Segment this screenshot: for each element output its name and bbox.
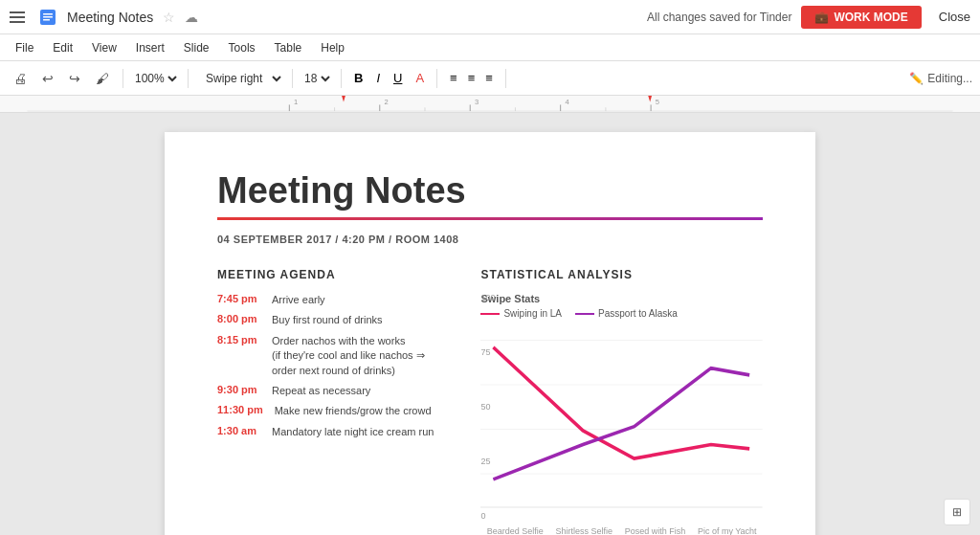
- two-column-section: MEETING AGENDA 7:45 pm Arrive early 8:00…: [217, 268, 763, 521]
- editing-status: ✏️ Editing...: [909, 72, 972, 85]
- ruler: 1 2 3 4 5: [0, 96, 980, 113]
- align-left-button[interactable]: ≡: [445, 69, 462, 87]
- chart-container: Swipe Stats Swiping in LA Passport to Al…: [480, 293, 763, 521]
- agenda-section: MEETING AGENDA 7:45 pm Arrive early 8:00…: [217, 268, 452, 521]
- title-divider: [217, 217, 763, 220]
- main-content-area: Meeting Notes 04 SEPTEMBER 2017 / 4:20 P…: [0, 113, 980, 535]
- legend-label-1: Swiping in LA: [503, 308, 562, 319]
- bottom-right-button[interactable]: ⊞: [944, 499, 970, 525]
- separator-1: [122, 69, 123, 88]
- toolbar: 🖨 ↩ ↪ 🖌 100% Swipe right 18 B I U A ≡ ≡ …: [0, 61, 980, 96]
- document-title-heading: Meeting Notes: [217, 170, 763, 212]
- print-button[interactable]: 🖨: [8, 68, 33, 89]
- menu-tools[interactable]: Tools: [221, 39, 263, 56]
- separator-5: [436, 69, 437, 88]
- menu-bar: File Edit View Insert Slide Tools Table …: [0, 34, 980, 61]
- x-label-1: Bearded Selfie: [487, 526, 544, 535]
- agenda-row-1: 7:45 pm Arrive early: [217, 293, 452, 307]
- align-group: ≡ ≡ ≡: [445, 69, 498, 87]
- document: Meeting Notes 04 SEPTEMBER 2017 / 4:20 P…: [165, 132, 815, 535]
- stats-heading: STATISTICAL ANALYSIS: [480, 268, 763, 281]
- menu-file[interactable]: File: [8, 39, 41, 56]
- menu-insert[interactable]: Insert: [128, 39, 172, 56]
- y-label-25: 25: [480, 457, 503, 466]
- svg-rect-2: [43, 16, 53, 18]
- svg-rect-3: [43, 19, 50, 21]
- document-title: Meeting Notes: [67, 10, 153, 25]
- svg-rect-1: [43, 13, 53, 15]
- agenda-row-5: 11:30 pm Make new friends/grow the crowd: [217, 404, 452, 418]
- agenda-time-6: 1:30 am: [217, 425, 260, 439]
- chart-with-yaxis: 100 75 50 25 0: [480, 326, 763, 521]
- chart-svg: [480, 326, 763, 521]
- cloud-icon: ☁: [185, 10, 198, 25]
- separator-6: [505, 69, 506, 88]
- paint-button[interactable]: 🖌: [90, 68, 115, 89]
- menu-slide[interactable]: Slide: [176, 39, 217, 56]
- y-axis-labels: 100 75 50 25 0: [480, 293, 503, 521]
- chart-legend: Swiping in LA Passport to Alaska: [480, 308, 763, 319]
- agenda-time-4: 9:30 pm: [217, 384, 260, 398]
- align-right-button[interactable]: ≡: [480, 69, 498, 87]
- agenda-desc-6: Mandatory late night ice cream run: [272, 425, 434, 439]
- bold-button[interactable]: B: [349, 69, 368, 87]
- menu-table[interactable]: Table: [267, 39, 310, 56]
- legend-line-purple: [575, 313, 594, 315]
- pencil-icon: ✏️: [909, 72, 924, 85]
- svg-text:5: 5: [656, 98, 659, 106]
- svg-text:4: 4: [565, 98, 568, 106]
- chart-svg-container: Bearded Selfie Shirtless Selfie Posed wi…: [480, 326, 763, 521]
- separator-3: [292, 69, 293, 88]
- agenda-row-4: 9:30 pm Repeat as necessary: [217, 384, 452, 398]
- redo-button[interactable]: ↪: [63, 68, 86, 89]
- y-label-0: 0: [480, 511, 503, 521]
- agenda-desc-3: Order nachos with the works(if they're c…: [272, 334, 425, 378]
- briefcase-icon: 💼: [814, 11, 829, 24]
- agenda-row-3: 8:15 pm Order nachos with the works(if t…: [217, 334, 452, 378]
- star-icon[interactable]: ☆: [163, 10, 175, 25]
- menu-edit[interactable]: Edit: [45, 39, 80, 56]
- chart-title: Swipe Stats: [480, 293, 763, 304]
- legend-label-2: Passport to Alaska: [598, 308, 678, 319]
- y-label-50: 50: [480, 402, 503, 412]
- app-logo: [38, 8, 57, 27]
- agenda-time-1: 7:45 pm: [217, 293, 260, 307]
- agenda-time-5: 11:30 pm: [217, 404, 263, 418]
- agenda-desc-1: Arrive early: [272, 293, 325, 307]
- document-subtitle: 04 SEPTEMBER 2017 / 4:20 PM / ROOM 1408: [217, 234, 763, 245]
- title-bar: Meeting Notes ☆ ☁ All changes saved for …: [0, 0, 980, 34]
- agenda-time-3: 8:15 pm: [217, 334, 260, 378]
- legend-item-2: Passport to Alaska: [575, 308, 678, 319]
- undo-button[interactable]: ↩: [36, 68, 59, 89]
- expand-icon: ⊞: [952, 505, 962, 519]
- work-mode-button[interactable]: 💼 WORK MODE: [801, 6, 921, 29]
- agenda-time-2: 8:00 pm: [217, 313, 260, 327]
- separator-2: [188, 69, 189, 88]
- align-center-button[interactable]: ≡: [463, 69, 480, 87]
- menu-view[interactable]: View: [84, 39, 124, 56]
- menu-help[interactable]: Help: [313, 39, 352, 56]
- x-label-4: Pic of my Yacht: [698, 526, 757, 535]
- font-size-selector[interactable]: 18: [301, 71, 333, 86]
- y-label-100: 100: [480, 293, 503, 302]
- x-label-3: Posed with Fish: [625, 526, 686, 535]
- y-label-75: 75: [480, 347, 503, 357]
- agenda-row-2: 8:00 pm Buy first round of drinks: [217, 313, 452, 327]
- layout-selector[interactable]: Swipe right: [196, 69, 284, 88]
- italic-button[interactable]: I: [371, 69, 385, 87]
- text-color-button[interactable]: A: [411, 69, 429, 87]
- agenda-row-6: 1:30 am Mandatory late night ice cream r…: [217, 425, 452, 439]
- svg-text:2: 2: [385, 98, 389, 106]
- zoom-selector[interactable]: 100%: [131, 71, 180, 86]
- underline-button[interactable]: U: [389, 69, 407, 87]
- agenda-desc-2: Buy first round of drinks: [272, 313, 383, 327]
- stats-section: STATISTICAL ANALYSIS Swipe Stats Swiping…: [480, 268, 763, 521]
- agenda-desc-4: Repeat as necessary: [272, 384, 370, 398]
- svg-marker-19: [342, 96, 345, 102]
- close-button[interactable]: Close: [939, 10, 970, 24]
- x-label-2: Shirtless Selfie: [556, 526, 613, 535]
- svg-text:1: 1: [294, 98, 298, 106]
- svg-marker-20: [648, 96, 652, 102]
- svg-text:3: 3: [475, 98, 479, 106]
- hamburger-menu[interactable]: [10, 8, 29, 27]
